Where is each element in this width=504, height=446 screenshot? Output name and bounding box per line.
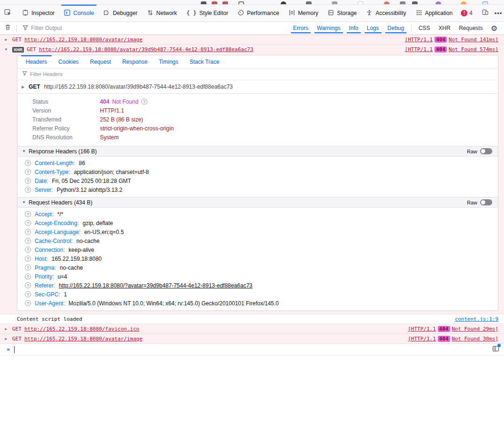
summary-label: Version bbox=[32, 107, 100, 114]
header-row[interactable]: ?Server:Python/3.12 aiohttp/3.13.2 bbox=[17, 185, 498, 194]
collapse-arrow-icon[interactable]: ▼ bbox=[22, 200, 26, 204]
expand-arrow-icon[interactable]: ▶ bbox=[17, 85, 29, 89]
console-log-row[interactable]: Content script loaded content.js:1:9 bbox=[0, 314, 504, 324]
header-row[interactable]: ?Pragma:no-cache bbox=[17, 263, 498, 272]
request-method: GET bbox=[29, 83, 40, 90]
header-help-icon[interactable]: ? bbox=[25, 169, 31, 175]
header-row[interactable]: ?Referer:http://165.22.159.18:8080/?avat… bbox=[17, 281, 498, 290]
error-count-button[interactable]: ! 4 bbox=[457, 10, 476, 16]
tab-performance[interactable]: Performance bbox=[233, 5, 284, 22]
request-url-link[interactable]: http://165.22.159.18:8080/avatar/image bbox=[24, 336, 143, 342]
request-summary-line[interactable]: ▶ GET http://165.22.159.18:8080/avatar/3… bbox=[17, 80, 498, 94]
tab-response[interactable]: Response bbox=[116, 55, 153, 68]
status-help-icon[interactable]: ? bbox=[141, 98, 147, 105]
header-value: Mozilla/5.0 (Windows NT 10.0; Win64; x64… bbox=[69, 300, 279, 307]
summary-row: DNS Resolution System bbox=[17, 133, 498, 142]
responsive-design-mode-button[interactable] bbox=[479, 5, 492, 22]
tab-inspector[interactable]: Inspector bbox=[17, 5, 59, 22]
header-value: no-cache bbox=[76, 238, 99, 244]
raw-toggle[interactable] bbox=[480, 148, 492, 154]
filter-logs-toggle[interactable]: Logs bbox=[365, 23, 382, 33]
raw-toggle[interactable] bbox=[480, 199, 492, 205]
header-row[interactable]: ?Sec-GPC:1 bbox=[17, 290, 498, 299]
source-location-link[interactable]: content.js:1:9 bbox=[455, 316, 498, 322]
console-network-row[interactable]: ▶ GET http://165.22.159.18:8080/avatar/i… bbox=[0, 334, 504, 344]
header-help-icon[interactable]: ? bbox=[25, 282, 31, 288]
console-network-row[interactable]: ▶ GET http://165.22.159.18:8080/favicon.… bbox=[0, 324, 504, 334]
header-help-icon[interactable]: ? bbox=[25, 220, 31, 226]
http-status-link[interactable]: [HTTP/1.1404Not Found 141ms] bbox=[405, 37, 498, 43]
header-row[interactable]: ?Priority:u=4 bbox=[17, 272, 498, 281]
tab-style-editor[interactable]: { } Style Editor bbox=[182, 5, 233, 22]
filter-info-toggle[interactable]: Info bbox=[347, 23, 361, 33]
header-row[interactable]: ?Accept-Encoding:gzip, deflate bbox=[17, 219, 498, 227]
tab-headers[interactable]: Headers bbox=[20, 55, 53, 68]
header-help-icon[interactable]: ? bbox=[25, 160, 31, 166]
header-row[interactable]: ?Accept-Language:en-US,en;q=0.5 bbox=[17, 227, 498, 236]
header-help-icon[interactable]: ? bbox=[25, 265, 31, 271]
filter-xhr-toggle[interactable]: XHR bbox=[436, 23, 453, 33]
tab-application[interactable]: Application bbox=[411, 5, 458, 22]
console-input-row[interactable]: » bbox=[0, 344, 504, 355]
tab-stack-trace[interactable]: Stack Trace bbox=[184, 55, 225, 68]
console-network-row[interactable]: ▼ XHR GET http://165.22.159.18:8080/avat… bbox=[0, 45, 504, 54]
header-help-icon[interactable]: ? bbox=[25, 300, 31, 306]
tab-memory[interactable]: Memory bbox=[284, 5, 323, 22]
request-url-link[interactable]: http://165.22.159.18:8080/favicon.ico bbox=[24, 326, 139, 332]
header-row[interactable]: ?User-Agent:Mozilla/5.0 (Windows NT 10.0… bbox=[17, 299, 498, 308]
filter-debug-toggle[interactable]: Debug bbox=[385, 23, 406, 33]
filter-requests-toggle[interactable]: Requests bbox=[456, 23, 486, 33]
header-row[interactable]: ?Content-Type:application/json; charset=… bbox=[17, 167, 498, 176]
collapse-arrow-icon[interactable]: ▼ bbox=[0, 47, 12, 52]
collapse-arrow-icon[interactable]: ▼ bbox=[22, 149, 26, 153]
header-row[interactable]: ?Date:Fri, 05 Dec 2025 00:18:28 GMT bbox=[17, 176, 498, 185]
expand-arrow-icon[interactable]: ▶ bbox=[0, 38, 12, 42]
filter-warnings-toggle[interactable]: Warnings bbox=[314, 23, 343, 33]
header-row[interactable]: ?Host:165.22.159.18:8080 bbox=[17, 254, 498, 263]
expand-arrow-icon[interactable]: ▶ bbox=[0, 327, 12, 331]
header-help-icon[interactable]: ? bbox=[25, 247, 31, 253]
console-settings-button[interactable]: ⚙ bbox=[487, 24, 501, 33]
expand-arrow-icon[interactable]: ▶ bbox=[0, 337, 12, 341]
request-headers-section-header[interactable]: ▼ Request Headers (434 B) Raw bbox=[17, 197, 498, 208]
tab-debugger[interactable]: Debugger bbox=[99, 5, 142, 22]
header-value-link[interactable]: http://165.22.159.18:8080/?avatar=39d9b4… bbox=[59, 282, 252, 289]
header-row[interactable]: ?Cache-Control:no-cache bbox=[17, 236, 498, 245]
filter-output-field[interactable] bbox=[18, 24, 289, 32]
header-value: u=4 bbox=[58, 273, 67, 280]
header-help-icon[interactable]: ? bbox=[25, 291, 31, 297]
tab-console[interactable]: Console bbox=[59, 5, 99, 22]
request-url-link[interactable]: http://165.22.159.18:8080/avatar/39d9b48… bbox=[39, 46, 253, 53]
tab-cookies[interactable]: Cookies bbox=[53, 55, 84, 68]
response-headers-section-header[interactable]: ▼ Response Headers (166 B) Raw bbox=[17, 146, 498, 157]
http-status-link[interactable]: [HTTP/1.1404Not Found 30ms] bbox=[408, 336, 498, 342]
tab-accessibility[interactable]: Accessibility bbox=[361, 5, 411, 22]
filter-headers-input[interactable] bbox=[30, 71, 498, 77]
header-help-icon[interactable]: ? bbox=[25, 187, 31, 193]
pick-element-button[interactable] bbox=[0, 5, 15, 22]
header-row[interactable]: ?Content-Length:86 bbox=[17, 159, 498, 167]
http-status-link[interactable]: [HTTP/1.1404Not Found 574ms] bbox=[405, 46, 498, 53]
clear-console-button[interactable] bbox=[0, 24, 15, 32]
filter-css-toggle[interactable]: CSS bbox=[416, 23, 433, 33]
header-help-icon[interactable]: ? bbox=[25, 238, 31, 244]
tab-request[interactable]: Request bbox=[84, 55, 117, 68]
console-network-row[interactable]: ▶ GET http://165.22.159.18:8080/avatar/i… bbox=[0, 35, 504, 45]
tab-storage[interactable]: Storage bbox=[323, 5, 361, 22]
filter-headers-field[interactable] bbox=[17, 68, 498, 80]
filter-output-input[interactable] bbox=[31, 25, 289, 31]
request-url-link[interactable]: http://165.22.159.18:8080/avatar/image bbox=[24, 37, 143, 43]
header-row[interactable]: ?Connection:keep-alive bbox=[17, 245, 498, 254]
header-row[interactable]: ?Accept:*/* bbox=[17, 210, 498, 219]
devtools-menu-button[interactable]: ••• bbox=[492, 5, 504, 22]
header-help-icon[interactable]: ? bbox=[25, 211, 31, 217]
open-editor-sidebar-button[interactable] bbox=[492, 345, 499, 354]
header-help-icon[interactable]: ? bbox=[25, 256, 31, 262]
header-help-icon[interactable]: ? bbox=[25, 229, 31, 235]
tab-network[interactable]: Network bbox=[142, 5, 182, 22]
header-help-icon[interactable]: ? bbox=[25, 273, 31, 280]
header-help-icon[interactable]: ? bbox=[25, 178, 31, 184]
filter-errors-toggle[interactable]: Errors bbox=[291, 23, 311, 33]
http-status-link[interactable]: [HTTP/1.1404Not Found 29ms] bbox=[408, 326, 498, 332]
tab-timings[interactable]: Timings bbox=[153, 55, 184, 68]
